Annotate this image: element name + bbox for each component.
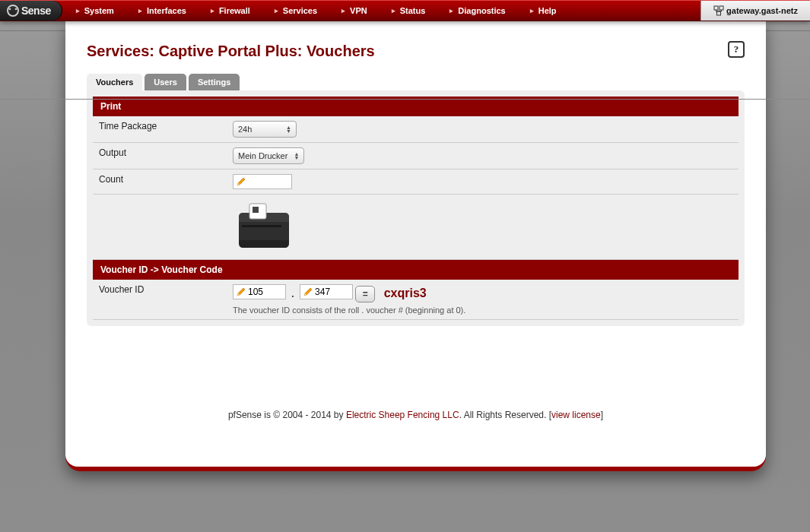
printer-icon[interactable] [233,199,295,252]
pfsense-icon [6,4,20,17]
pencil-icon [236,176,246,187]
nav-menu: System Interfaces Firewall Services VPN … [64,1,569,21]
voucher-num-wrap [300,284,353,299]
count-input[interactable] [248,176,289,187]
output-label: Output [93,143,227,169]
svg-rect-7 [253,207,259,213]
svg-point-1 [9,8,11,11]
help-icon[interactable]: ? [728,41,745,58]
page-content: ? Services: Captive Portal Plus: Voucher… [65,20,766,467]
pencil-icon [303,287,313,297]
print-form: Time Package 24h ▲▼ Output Mein Drucker … [93,116,739,260]
pfsense-logo: Sense [0,1,62,21]
output-select[interactable]: Mein Drucker ▲▼ [233,147,304,164]
nav-firewall[interactable]: Firewall [199,1,262,21]
svg-rect-3 [714,6,718,10]
tab-vouchers[interactable]: Vouchers [87,74,142,90]
logo-text: Sense [21,5,51,17]
voucher-id-hint: The voucher ID consists of the roll . vo… [233,306,732,315]
svg-point-2 [15,8,17,11]
nav-help[interactable]: Help [518,1,569,21]
tab-users[interactable]: Users [145,74,186,90]
time-package-select[interactable]: 24h ▲▼ [233,121,297,138]
footer-vendor-link[interactable]: Electric Sheep Fencing LLC [346,410,459,420]
svg-rect-5 [717,11,721,15]
host-icon [713,5,724,16]
voucher-roll-input[interactable] [248,287,283,297]
lookup-form: Voucher ID . = cxqris3 The vo [93,280,739,320]
nav-interfaces[interactable]: Interfaces [126,1,199,21]
hostname-text: gateway.gast-netz [726,6,798,15]
section-print-header: Print [93,97,739,116]
nav-vpn[interactable]: VPN [329,1,380,21]
nav-system[interactable]: System [64,1,126,21]
output-value: Mein Drucker [238,151,287,160]
svg-rect-4 [719,6,723,10]
content-panel: Print Time Package 24h ▲▼ Output [87,90,745,326]
select-arrows-icon: ▲▼ [294,152,299,160]
tab-bar: Vouchers Users Settings [87,74,745,90]
nav-services[interactable]: Services [262,1,329,21]
nav-status[interactable]: Status [380,1,438,21]
time-package-value: 24h [238,125,252,134]
count-label: Count [93,169,227,195]
voucher-code-result: cxqris3 [384,287,427,299]
voucher-id-label: Voucher ID [93,280,227,320]
svg-point-0 [8,5,18,16]
top-navbar: Sense System Interfaces Firewall Service… [0,0,810,21]
lookup-submit-button[interactable]: = [355,286,375,302]
hostname-badge: gateway.gast-netz [700,1,810,21]
page-frame: ? Services: Captive Portal Plus: Voucher… [65,20,766,471]
section-lookup-header: Voucher ID -> Voucher Code [93,260,739,280]
tab-settings[interactable]: Settings [189,74,240,90]
pencil-icon [236,287,246,297]
time-package-label: Time Package [93,116,227,143]
voucher-id-separator: . [291,289,294,299]
footer-license-link[interactable]: view license [551,410,601,420]
voucher-roll-wrap [233,284,286,299]
voucher-num-input[interactable] [315,287,350,297]
nav-diagnostics[interactable]: Diagnostics [437,1,517,21]
count-input-wrap [233,174,292,189]
page-footer: pfSense is © 2004 - 2014 by Electric She… [87,410,745,420]
svg-rect-8 [242,225,281,227]
page-title: Services: Captive Portal Plus: Vouchers [87,43,745,60]
select-arrows-icon: ▲▼ [286,125,291,133]
